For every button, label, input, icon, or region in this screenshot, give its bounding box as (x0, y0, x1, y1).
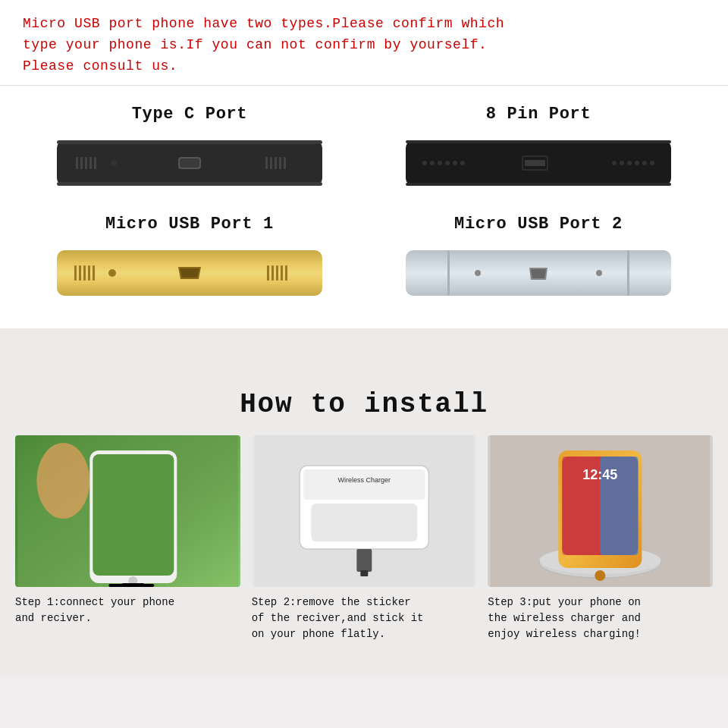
port-label-8pin: 8 Pin Port (486, 105, 592, 124)
port-label-micro2: Micro USB Port 2 (454, 215, 623, 234)
svg-rect-1 (57, 140, 322, 144)
port-label-typec: Type C Port (132, 105, 247, 124)
warning-text: Micro USB port phone have two types.Plea… (23, 14, 705, 77)
svg-rect-42 (271, 265, 274, 281)
svg-point-24 (460, 161, 465, 165)
svg-point-23 (453, 161, 457, 165)
port-grid: Type C Port (0, 86, 728, 328)
install-title: How to install (15, 389, 713, 420)
svg-text:Wireless Charger: Wireless Charger (337, 476, 391, 484)
svg-rect-4 (80, 157, 83, 169)
svg-rect-43 (276, 265, 278, 281)
svg-rect-59 (108, 584, 154, 587)
svg-rect-64 (311, 504, 417, 541)
section-separator (0, 328, 728, 374)
port-label-micro1: Micro USB Port 1 (105, 215, 274, 234)
step-3-caption: Step 3:put your phone onthe wireless cha… (488, 595, 713, 642)
step-1-caption: Step 1:connect your phoneand reciver. (15, 595, 240, 626)
install-section: How to install (0, 374, 728, 676)
svg-rect-12 (270, 157, 272, 169)
steps-grid: Step 1:connect your phoneand reciver. Wi… (15, 435, 713, 642)
svg-rect-3 (76, 157, 78, 169)
svg-rect-41 (267, 265, 269, 281)
svg-rect-7 (94, 157, 96, 169)
svg-rect-65 (356, 549, 372, 572)
svg-point-53 (36, 443, 89, 519)
step-1-item: Step 1:connect your phoneand reciver. (15, 435, 240, 642)
port-item-typec: Type C Port (15, 93, 364, 203)
svg-rect-18 (406, 183, 671, 186)
step-3-image: 12:45 (488, 435, 713, 587)
svg-point-75 (595, 570, 606, 581)
svg-point-40 (108, 269, 116, 277)
svg-rect-36 (79, 265, 81, 281)
svg-rect-44 (281, 265, 283, 281)
svg-point-29 (620, 161, 624, 165)
svg-point-28 (612, 161, 617, 165)
svg-rect-13 (275, 157, 277, 169)
svg-point-32 (642, 161, 647, 165)
step-2-item: Wireless Charger Step 2:remove the stick… (252, 435, 477, 642)
svg-rect-39 (93, 265, 95, 281)
svg-point-19 (422, 161, 427, 165)
port-image-micro2 (402, 244, 675, 302)
svg-rect-35 (74, 265, 77, 281)
svg-rect-27 (525, 160, 545, 166)
svg-point-50 (596, 270, 602, 276)
svg-rect-66 (360, 570, 368, 576)
svg-point-33 (650, 161, 654, 165)
svg-text:12:45: 12:45 (583, 467, 618, 482)
svg-rect-10 (180, 158, 199, 168)
step-3-item: 12:45 Step 3:put your phone onthe wirele… (488, 435, 713, 642)
port-image-typec (53, 134, 326, 192)
svg-rect-47 (447, 250, 450, 296)
page: Micro USB port phone have two types.Plea… (0, 0, 728, 676)
step-2-image: Wireless Charger (252, 435, 477, 587)
svg-rect-17 (406, 140, 671, 143)
svg-rect-15 (284, 157, 286, 169)
svg-rect-6 (89, 157, 92, 169)
svg-rect-45 (285, 265, 287, 281)
svg-point-49 (475, 270, 481, 276)
svg-point-30 (627, 161, 632, 165)
port-item-8pin: 8 Pin Port (364, 93, 713, 203)
port-item-micro1: Micro USB Port 1 (15, 203, 364, 313)
svg-rect-14 (279, 157, 281, 169)
svg-rect-62 (303, 469, 425, 500)
port-item-micro2: Micro USB Port 2 (364, 203, 713, 313)
svg-rect-2 (57, 182, 322, 186)
svg-point-20 (430, 161, 435, 165)
svg-point-22 (445, 161, 450, 165)
svg-rect-5 (85, 157, 87, 169)
svg-rect-37 (83, 265, 86, 281)
step-1-image (15, 435, 240, 587)
svg-rect-11 (265, 157, 268, 169)
svg-point-8 (111, 160, 117, 166)
port-image-8pin (402, 134, 675, 192)
step-2-caption: Step 2:remove the stickerof the reciver,… (252, 595, 477, 642)
svg-rect-56 (93, 454, 174, 576)
svg-rect-48 (627, 250, 629, 296)
svg-point-31 (635, 161, 639, 165)
svg-rect-38 (88, 265, 90, 281)
warning-section: Micro USB port phone have two types.Plea… (0, 0, 728, 86)
svg-point-21 (438, 161, 442, 165)
port-image-micro1 (53, 244, 326, 302)
